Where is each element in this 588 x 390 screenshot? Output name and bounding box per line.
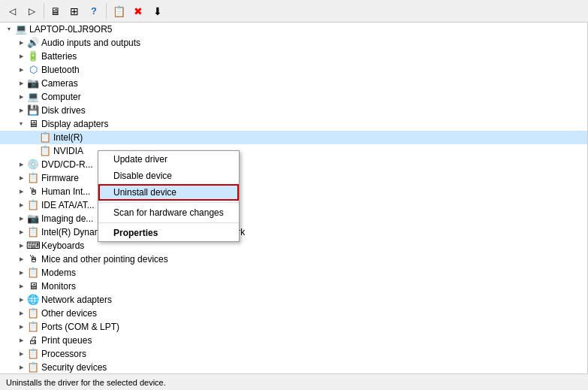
tree-item-imaging[interactable]: 📷 Imaging de... [0,212,587,225]
keyboards-icon: ⌨ [27,240,39,252]
network-icon: 🌐 [27,294,39,306]
tree-item-ide-ata[interactable]: 📋 IDE ATA/AT... [0,198,587,212]
mice-expander[interactable] [15,253,27,265]
ports-label: Ports (COM & LPT) [41,320,119,334]
tree-item-ports[interactable]: 📋 Ports (COM & LPT) [0,320,587,334]
tree-item-nvidia[interactable]: 📋 NVIDIA [0,144,587,158]
security-icon: 📋 [27,361,39,373]
tree-item-keyboards[interactable]: ⌨ Keyboards [0,239,587,252]
context-menu: Update driver Disable device Uninstall d… [98,150,240,242]
intel-icon: 📋 [39,132,51,144]
tree-item-human-int[interactable]: 🖱 Human Int... [0,185,587,198]
tree-item-disk-drives[interactable]: 💾 Disk drives [0,104,587,117]
tree-item-cameras[interactable]: 📷 Cameras [0,77,587,90]
back-button[interactable]: ◁ [3,3,21,20]
imaging-icon: 📷 [27,213,39,225]
ctx-update-driver[interactable]: Update driver [98,151,239,168]
monitors-expander[interactable] [15,280,27,292]
display-expander[interactable] [15,118,27,130]
dvd-expander[interactable] [15,159,27,171]
cameras-label: Cameras [41,77,78,90]
root-label: LAPTOP-0LJR9OR5 [29,23,113,36]
disk-expander[interactable] [15,104,27,116]
tree-item-intel[interactable]: 📋 Intel(R) [0,131,587,144]
human-label: Human Int... [41,185,90,198]
mice-label: Mice and other pointing devices [41,252,168,266]
keyboards-label: Keyboards [41,239,84,252]
monitors-icon: 🖥 [27,280,39,292]
tree-item-security[interactable]: 📋 Security devices [0,361,587,373]
ctx-update-driver-label: Update driver [113,154,167,165]
cameras-expander[interactable] [15,77,27,89]
imaging-expander[interactable] [15,213,27,225]
human-expander[interactable] [15,186,27,198]
root-icon: 💻 [15,23,27,35]
status-text: Uninstalls the driver for the selected d… [6,378,166,387]
tree-item-display-adapters[interactable]: 🖥 Display adapters [0,117,587,131]
computer-expander[interactable] [15,91,27,103]
tree-item-modems[interactable]: 📋 Modems [0,266,587,280]
ctx-uninstall-device-label: Uninstall device [113,187,176,198]
tree-root[interactable]: 💻 LAPTOP-0LJR9OR5 [0,23,587,36]
status-bar: Uninstalls the driver for the selected d… [0,373,588,390]
tree-item-other[interactable]: 📋 Other devices [0,307,587,320]
root-expander[interactable] [3,23,15,35]
intel-dynamic-icon: 📋 [27,226,39,238]
audio-expander[interactable] [15,37,27,49]
network-expander[interactable] [15,294,27,306]
processors-icon: 📋 [27,348,39,360]
tree-item-computer[interactable]: 💻 Computer [0,90,587,104]
bluetooth-icon: ⬡ [27,64,39,76]
display-label: Display adapters [41,117,108,131]
batteries-icon: 🔋 [27,50,39,62]
modems-expander[interactable] [15,267,27,279]
ctx-properties[interactable]: Properties [98,225,239,241]
bluetooth-expander[interactable] [15,64,27,76]
update-driver-toolbar-button[interactable]: 📋 [110,3,128,20]
separator-1 [44,4,44,19]
ctx-disable-device[interactable]: Disable device [98,168,239,184]
intel-dynamic-expander[interactable] [15,226,27,238]
print-label: Print queues [41,334,92,347]
tree-item-monitors[interactable]: 🖥 Monitors [0,280,587,293]
nvidia-label: NVIDIA [53,144,83,158]
ctx-scan[interactable]: Scan for hardware changes [98,204,239,221]
ports-expander[interactable] [15,321,27,333]
properties-button[interactable]: ⊞ [65,3,83,20]
processors-label: Processors [41,347,86,361]
forward-button[interactable]: ▷ [23,3,41,20]
tree-item-batteries[interactable]: 🔋 Batteries [0,50,587,63]
computer-icon: 💻 [27,91,39,103]
help-button[interactable]: ? [85,3,103,20]
disk-label: Disk drives [41,104,86,117]
firmware-icon: 📋 [27,172,39,184]
ctx-uninstall-device[interactable]: Uninstall device [98,184,239,201]
tree-item-mice[interactable]: 🖱 Mice and other pointing devices [0,252,587,266]
firmware-expander[interactable] [15,172,27,184]
device-tree[interactable]: 💻 LAPTOP-0LJR9OR5 🔊 Audio inputs and out… [0,23,588,373]
security-expander[interactable] [15,361,27,373]
tree-item-audio[interactable]: 🔊 Audio inputs and outputs [0,36,587,50]
nvidia-expander [27,145,39,157]
processors-expander[interactable] [15,348,27,360]
print-expander[interactable] [15,334,27,346]
scan-toolbar-button[interactable]: ⬇ [149,3,167,20]
tree-item-network[interactable]: 🌐 Network adapters [0,293,587,307]
modems-icon: 📋 [27,267,39,279]
tree-item-dvd[interactable]: 💿 DVD/CD-R... [0,158,587,171]
tree-item-processors[interactable]: 📋 Processors [0,347,587,361]
batteries-expander[interactable] [15,50,27,62]
device-manager-button[interactable]: 🖥 [47,3,64,20]
toolbar: ◁ ▷ 🖥 ⊞ ? 📋 ✖ ⬇ [0,0,588,23]
cameras-icon: 📷 [27,77,39,89]
disk-icon: 💾 [27,104,39,116]
intel-expander [27,132,39,144]
tree-item-print-queues[interactable]: 🖨 Print queues [0,334,587,347]
ide-expander[interactable] [15,199,27,211]
tree-item-firmware[interactable]: 📋 Firmware [0,171,587,185]
uninstall-toolbar-button[interactable]: ✖ [129,3,147,20]
other-expander[interactable] [15,307,27,319]
tree-item-intel-dynamic[interactable]: 📋 Intel(R) Dynamic Platform and Thermal … [0,225,587,239]
computer-label: Computer [41,90,81,104]
tree-item-bluetooth[interactable]: ⬡ Bluetooth [0,63,587,77]
